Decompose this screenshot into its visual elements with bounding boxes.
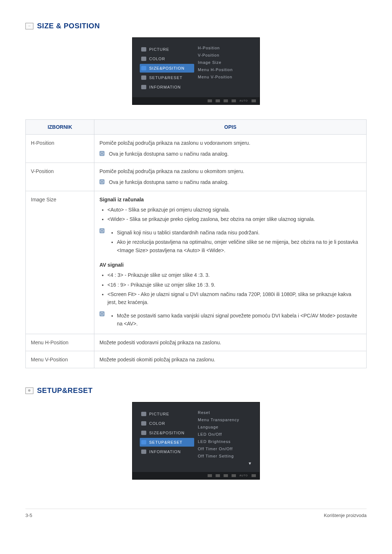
osd-option: Menu Transparency [198,416,252,423]
osd-menu-icon [141,47,146,52]
osd-menu-item: COLOR [140,54,194,63]
menu-table-size-position: IZBORNIK OPIS H-Position Pomiče položaj … [25,119,367,368]
osd-menu-label: SETUP&RESET [149,75,183,80]
page-footer: 3-5 Korištenje proizvoda [25,509,367,518]
osd-option: LED Brightness [198,438,252,445]
note-text: Ova je funkcija dostupna samo u načinu r… [109,150,229,158]
section-heading-setup-reset: ⚙ SETUP&RESET [25,386,367,395]
osd-nav-icon [224,99,228,102]
desc-cell: Signali iz računala <Auto> - Slika se pr… [94,191,367,334]
osd-menu-label: PICTURE [149,47,169,52]
subheading: Signali iz računala [99,196,361,204]
osd-auto-label: AUTO [240,99,248,102]
menu-cell: V-Position [26,163,94,191]
osd-option: Language [198,423,252,431]
desc-cell: Možete podesiti okomiti položaj prikaza … [94,351,367,368]
osd-menu-label: COLOR [149,421,165,426]
osd-menu-item: COLOR [140,419,194,428]
osd-menu-icon [141,412,146,416]
osd-option: Menu V-Position [198,73,252,81]
osd-nav-icon [208,99,212,102]
osd-option: V-Position [198,52,252,59]
section-title: SETUP&RESET [37,386,93,395]
osd-menu-item: SETUP&RESET [140,438,194,447]
menu-cell: Menu V-Position [26,351,94,368]
footer-title: Korištenje proizvoda [324,513,367,518]
list-item: <16 : 9> - Prikazuje slike uz omjer slik… [107,281,361,289]
list-item: <Wide> - Slika se prikazuje preko cijelo… [107,215,361,223]
osd-nav-icon [252,99,256,102]
osd-option: Off Timer On/Off [198,445,252,452]
menu-cell: H-Position [26,135,94,163]
osd-nav-icon [232,474,236,477]
note-icon [99,311,105,316]
osd-option: Image Size [198,59,252,66]
note-icon [99,151,105,156]
osd-menu-icon [141,66,146,70]
note-icon [99,228,105,233]
table-row: Menu V-Position Možete podesiti okomiti … [26,351,367,368]
osd-menu-item: SETUP&RESET [140,73,194,82]
scroll-down-icon: ▼ [198,460,252,467]
osd-menu-icon [141,431,146,435]
bullet-list: Signali koji nisu u tablici standardnih … [109,227,361,256]
desc-text: Pomiče položaj područja prikaza na zaslo… [99,167,361,175]
osd-auto-label: AUTO [240,474,248,477]
list-item: <4 : 3> - Prikazuje slike uz omjer slike… [107,271,361,279]
osd-nav-icon [216,474,220,477]
osd-menu-icon [141,85,146,89]
setup-reset-icon: ⚙ [25,387,33,394]
table-header-menu: IZBORNIK [26,120,94,135]
osd-nav-icon [216,99,220,102]
desc-cell: Pomiče položaj područja prikaza na zaslo… [94,135,367,163]
osd-menu-item: SIZE&POSITION [140,64,194,73]
desc-text: Pomiče položaj područja prikaza na zaslo… [99,139,361,147]
osd-menu-label: INFORMATION [149,85,181,89]
subheading: AV signali [99,261,361,269]
osd-menu-label: SETUP&RESET [149,440,183,444]
osd-footer: AUTO [132,97,260,104]
osd-screenshot-2: PICTURECOLORSIZE&POSITIONSETUP&RESETINFO… [25,402,367,480]
list-item: <Screen Fit> - Ako je ulazni signal u DV… [107,290,361,307]
osd-menu-item: INFORMATION [140,83,194,91]
osd-menu-item: INFORMATION [140,447,194,456]
osd-menu-label: SIZE&POSITION [149,66,184,70]
desc-cell: Možete podesiti vodoravni položaj prikaz… [94,334,367,351]
osd-option: LED On/Off [198,431,252,438]
osd-footer: AUTO [132,472,260,479]
osd-nav-icon [252,474,256,477]
osd-menu-item: SIZE&POSITION [140,428,194,437]
osd-menu-icon [141,421,146,426]
osd-menu-label: INFORMATION [149,450,181,454]
osd-menu-icon [141,75,146,80]
page-number: 3-5 [25,513,32,518]
osd-nav-icon [208,474,212,477]
osd-nav-icon [224,474,228,477]
osd-option: H-Position [198,44,252,52]
note-text: Ova je funkcija dostupna samo u načinu r… [109,178,229,186]
table-row: V-Position Pomiče položaj područja prika… [26,163,367,191]
osd-menu-item: PICTURE [140,410,194,418]
osd-option: Menu H-Position [198,66,252,73]
table-row: H-Position Pomiče položaj područja prika… [26,135,367,163]
section-heading-size-position: ↔ SIZE & POSITION [25,22,367,30]
document-page: ↔ SIZE & POSITION PICTURECOLORSIZE&POSIT… [0,0,392,533]
osd-menu-item: PICTURE [140,45,194,54]
table-row: Menu H-Position Možete podesiti vodoravn… [26,334,367,351]
menu-cell: Menu H-Position [26,334,94,351]
osd-menu-icon [141,450,146,454]
osd-screenshot-1: PICTURECOLORSIZE&POSITIONSETUP&RESETINFO… [25,37,367,105]
osd-option: Off Timer Setting [198,452,252,460]
osd-menu-icon [141,440,146,444]
size-position-icon: ↔ [25,23,33,29]
note-icon [99,179,105,184]
osd-menu-icon [141,57,146,61]
list-item: Može se postaviti samo kada vanjski ulaz… [117,312,361,328]
bullet-list: <Auto> - Slika se prikazuje pri omjeru u… [99,206,361,223]
osd-nav-icon [232,99,236,102]
section-title: SIZE & POSITION [37,22,100,30]
osd-menu-label: PICTURE [149,412,169,416]
menu-cell: Image Size [26,191,94,334]
list-item: <Auto> - Slika se prikazuje pri omjeru u… [107,206,361,214]
osd-option: Reset [198,409,252,416]
